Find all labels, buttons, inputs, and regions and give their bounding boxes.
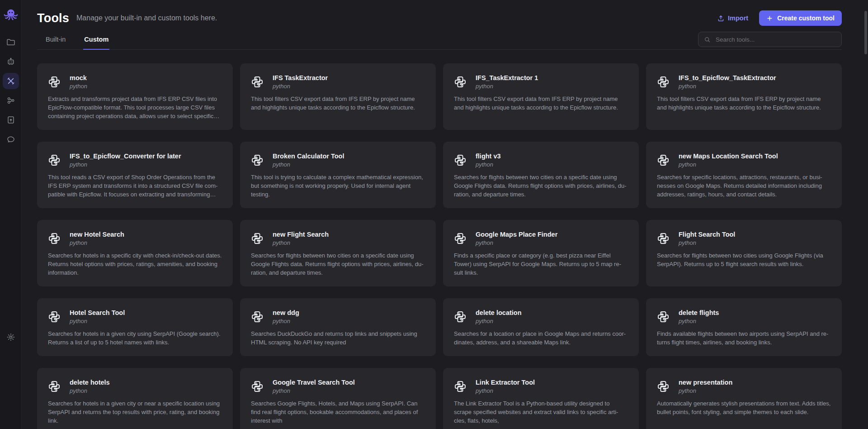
tool-language: python xyxy=(273,161,344,168)
tool-card[interactable]: Broken Calculator Tool python This tool … xyxy=(240,142,436,208)
tool-name: new presentation xyxy=(679,379,732,386)
import-button[interactable]: Import xyxy=(717,14,748,22)
tool-card[interactable]: new Hotel Search python Searches for hot… xyxy=(37,220,233,286)
create-custom-tool-label: Create custom tool xyxy=(777,14,835,22)
tool-description: The Link Extractor Tool is a Python-base… xyxy=(454,400,628,425)
sidebar-item-robot[interactable] xyxy=(3,53,19,70)
tool-name: Google Travel Search Tool xyxy=(273,379,355,386)
tool-name: Hotel Search Tool xyxy=(70,309,125,316)
tool-name: Google Maps Place Finder xyxy=(476,231,557,238)
search-box[interactable] xyxy=(698,32,842,47)
page-header: Tools Manage your built-in and custom to… xyxy=(37,10,842,26)
tool-name: new ddg xyxy=(273,309,299,316)
tool-card[interactable]: IFS_to_Epicflow_Converter for later pyth… xyxy=(37,142,233,208)
header-actions: Import Create custom tool xyxy=(717,10,842,26)
scrollbar-thumb[interactable] xyxy=(864,11,867,54)
tool-card-titles: Broken Calculator Tool python xyxy=(273,153,344,168)
tool-card-header: new presentation python xyxy=(657,379,831,394)
tool-description: Searches for flights between two cities … xyxy=(454,173,628,199)
tool-card[interactable]: mock python Extracts and transforms proj… xyxy=(37,63,233,130)
tools-grid: mock python Extracts and transforms proj… xyxy=(37,63,842,429)
tool-card[interactable]: delete hotels python Searches for hotels… xyxy=(37,368,233,429)
tool-card[interactable]: IFS_TaskExtractor 1 python This tool fil… xyxy=(443,63,639,130)
tool-card-header: IFS_to_Epicflow_Converter for later pyth… xyxy=(48,153,222,168)
tool-card-titles: mock python xyxy=(70,74,87,90)
workflow-nodes-icon xyxy=(6,96,15,105)
octopus-logo-icon[interactable] xyxy=(3,7,19,23)
tool-language: python xyxy=(273,239,329,246)
python-icon xyxy=(657,380,670,393)
tool-card-header: IFS_to_Epicflow_TaskExtractor python xyxy=(657,74,831,90)
tool-card[interactable]: Google Travel Search Tool python Searche… xyxy=(240,368,436,429)
tool-card[interactable]: Hotel Search Tool python Searches for ho… xyxy=(37,298,233,356)
tool-card[interactable]: Google Maps Place Finder python Finds a … xyxy=(443,220,639,286)
app-window: Tools Manage your built-in and custom to… xyxy=(0,0,868,429)
tool-description: This tool filters CSV export data from I… xyxy=(657,95,831,112)
tool-card[interactable]: new ddg python Searches DuckDuckGo and r… xyxy=(240,298,436,356)
tool-card-titles: IFS_to_Epicflow_TaskExtractor python xyxy=(679,74,776,90)
sidebar xyxy=(0,0,22,429)
tool-card-header: delete hotels python xyxy=(48,379,222,394)
tool-language: python xyxy=(679,239,735,246)
tool-card[interactable]: IFS TaskExtractor python This tool filte… xyxy=(240,63,436,130)
search-icon xyxy=(704,36,711,43)
import-button-label: Import xyxy=(728,14,748,22)
tools-icon xyxy=(6,76,15,86)
tool-name: Broken Calculator Tool xyxy=(273,153,344,160)
python-icon xyxy=(454,310,467,323)
python-icon xyxy=(454,380,467,393)
python-icon xyxy=(251,310,264,323)
tool-description: Searches for specific locations, attract… xyxy=(657,173,831,199)
tool-language: python xyxy=(70,161,181,168)
tool-description: This tool is trying to calculate a compl… xyxy=(251,173,425,199)
tool-name: delete flights xyxy=(679,309,719,316)
tool-card-header: delete location python xyxy=(454,309,628,324)
tool-card-titles: new presentation python xyxy=(679,379,732,394)
tool-name: IFS_TaskExtractor 1 xyxy=(476,74,538,81)
tool-name: IFS_to_Epicflow_TaskExtractor xyxy=(679,74,776,81)
python-icon xyxy=(657,232,670,245)
tool-name: new Hotel Search xyxy=(70,231,124,238)
tool-language: python xyxy=(273,83,328,90)
tool-card[interactable]: Flight Search Tool python Searches for f… xyxy=(646,220,842,286)
sidebar-item-tools[interactable] xyxy=(3,73,19,89)
sidebar-item-folder[interactable] xyxy=(3,34,19,50)
tool-language: python xyxy=(679,83,776,90)
sidebar-item-settings[interactable] xyxy=(3,329,19,345)
tool-name: delete hotels xyxy=(70,379,110,386)
tool-card[interactable]: new Flight Search python Searches for fl… xyxy=(240,220,436,286)
python-icon xyxy=(48,380,61,393)
tab-custom[interactable]: Custom xyxy=(83,33,109,50)
main-content: Tools Manage your built-in and custom to… xyxy=(22,0,868,429)
robot-icon xyxy=(6,57,15,66)
sidebar-item-workflows[interactable] xyxy=(3,92,19,109)
tool-card[interactable]: delete flights python Finds available fl… xyxy=(646,298,842,356)
tool-language: python xyxy=(476,318,522,324)
tool-description: Searches Google Flights, Hotels, and Map… xyxy=(251,400,425,425)
tabs: Built-in Custom xyxy=(45,33,109,49)
tool-card[interactable]: Link Extractor Tool python The Link Extr… xyxy=(443,368,639,429)
tool-language: python xyxy=(70,387,110,394)
tool-card-titles: delete hotels python xyxy=(70,379,110,394)
python-icon xyxy=(251,154,264,167)
tool-card[interactable]: IFS_to_Epicflow_TaskExtractor python Thi… xyxy=(646,63,842,130)
sidebar-item-file-upload[interactable] xyxy=(3,112,19,128)
tool-description: Searches for hotels in a given city or n… xyxy=(48,400,222,425)
tool-description: This tool filters CSV export data from I… xyxy=(251,95,425,112)
tool-language: python xyxy=(273,387,355,394)
tool-name: IFS TaskExtractor xyxy=(273,74,328,81)
python-icon xyxy=(251,232,264,245)
sidebar-item-chat[interactable] xyxy=(3,131,19,148)
tool-card-header: new Flight Search python xyxy=(251,231,425,246)
tool-description: Automatically generates stylish presenta… xyxy=(657,400,831,417)
folder-icon xyxy=(6,38,15,47)
search-input[interactable] xyxy=(715,36,836,43)
tool-card[interactable]: delete location python Searches for a lo… xyxy=(443,298,639,356)
tool-card[interactable]: new presentation python Automatically ge… xyxy=(646,368,842,429)
create-custom-tool-button[interactable]: Create custom tool xyxy=(759,10,842,26)
plus-icon xyxy=(766,15,773,22)
tool-card[interactable]: new Maps Location Search Tool python Sea… xyxy=(646,142,842,208)
tab-built-in[interactable]: Built-in xyxy=(45,33,66,50)
tool-description: Searches for hotels in a specific city w… xyxy=(48,252,222,277)
tool-card[interactable]: flight v3 python Searches for flights be… xyxy=(443,142,639,208)
